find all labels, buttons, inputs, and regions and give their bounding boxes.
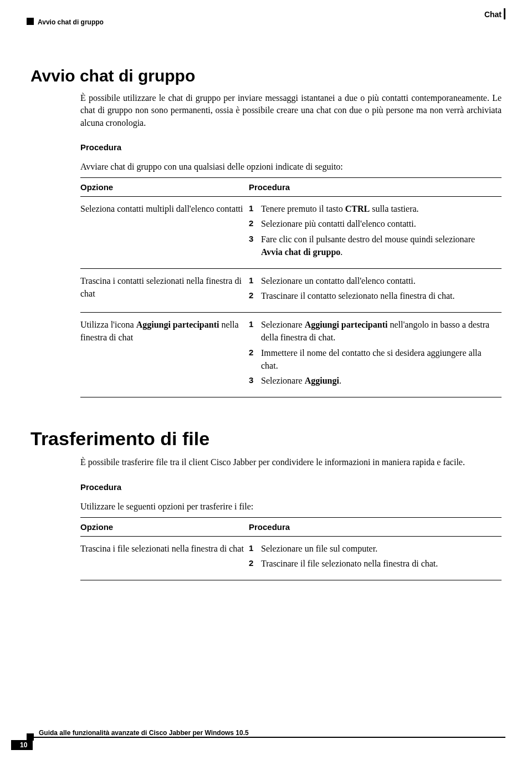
procedure-cell: 1 Selezionare un contatto dall'elenco co… — [249, 268, 502, 312]
footer-rule-icon — [27, 737, 505, 738]
step-text: Selezionare un contatto dall'elenco cont… — [261, 274, 498, 287]
col-option: Opzione — [80, 517, 249, 536]
procedure-cell: 1 Selezionare un file sul computer. 2 Tr… — [249, 536, 502, 580]
step-text: Selezionare un file sul computer. — [261, 542, 498, 555]
step-text: Selezionare Aggiungi partecipanti nell'a… — [261, 318, 498, 344]
step-number: 2 — [249, 346, 261, 372]
step-text: Immettere il nome del contatto che si de… — [261, 346, 498, 372]
step-number: 1 — [249, 318, 261, 344]
step-number: 1 — [249, 274, 261, 287]
table-row: Trascina i file selezionati nella finest… — [80, 536, 502, 580]
step-number: 3 — [249, 374, 261, 387]
section-breadcrumb: Avvio chat di gruppo — [38, 18, 104, 26]
page-header: Chat Avvio chat di gruppo — [0, 0, 532, 28]
step-number: 3 — [249, 233, 261, 258]
procedure-cell: 1 Tenere premuto il tasto CTRL sulla tas… — [249, 197, 502, 269]
header-square-icon — [27, 18, 34, 25]
step-text: Selezionare più contatti dall'elenco con… — [261, 217, 498, 230]
section-intro: È possibile utilizzare le chat di gruppo… — [80, 92, 502, 129]
section-title: Avvio chat di gruppo — [30, 67, 502, 85]
procedure-cell: 1 Selezionare Aggiungi partecipanti nell… — [249, 313, 502, 397]
chapter-label: Chat — [484, 10, 502, 19]
step-text: Trascinare il contatto selezionato nella… — [261, 289, 498, 302]
step-number: 1 — [249, 202, 261, 215]
procedure-lead: Avviare chat di gruppo con una qualsiasi… — [80, 162, 502, 172]
step-number: 1 — [249, 542, 261, 555]
option-cell: Trascina i file selezionati nella finest… — [80, 536, 249, 580]
table-row: Utilizza l'icona Aggiungi partecipanti n… — [80, 313, 502, 397]
options-table: Opzione Procedura Seleziona contatti mul… — [80, 177, 502, 397]
col-procedure: Procedura — [249, 178, 502, 197]
option-cell: Seleziona contatti multipli dall'elenco … — [80, 197, 249, 269]
step-text: Selezionare Aggiungi. — [261, 374, 498, 387]
option-cell: Trascina i contatti selezionati nella fi… — [80, 268, 249, 312]
section-intro: È possibile trasferire file tra il clien… — [80, 456, 502, 468]
section-title: Trasferimento di file — [30, 428, 502, 450]
footer-doc-title: Guida alle funzionalità avanzate di Cisc… — [39, 729, 249, 737]
options-table: Opzione Procedura Trascina i file selezi… — [80, 517, 502, 580]
table-row: Seleziona contatti multipli dall'elenco … — [80, 197, 502, 269]
header-bar-icon — [504, 8, 505, 19]
procedure-label: Procedura — [80, 142, 502, 152]
page-number: 10 — [11, 740, 33, 750]
step-number: 2 — [249, 557, 261, 570]
step-text: Tenere premuto il tasto CTRL sulla tasti… — [261, 202, 498, 215]
table-row: Trascina i contatti selezionati nella fi… — [80, 268, 502, 312]
step-number: 2 — [249, 289, 261, 302]
step-number: 2 — [249, 217, 261, 230]
procedure-lead: Utilizzare le seguenti opzioni per trasf… — [80, 502, 502, 512]
col-procedure: Procedura — [249, 517, 502, 536]
page-footer: Guida alle funzionalità avanzate di Cisc… — [0, 737, 532, 759]
procedure-label: Procedura — [80, 482, 502, 492]
option-cell: Utilizza l'icona Aggiungi partecipanti n… — [80, 313, 249, 397]
step-text: Fare clic con il pulsante destro del mou… — [261, 233, 498, 258]
step-text: Trascinare il file selezionato nella fin… — [261, 557, 498, 570]
col-option: Opzione — [80, 178, 249, 197]
